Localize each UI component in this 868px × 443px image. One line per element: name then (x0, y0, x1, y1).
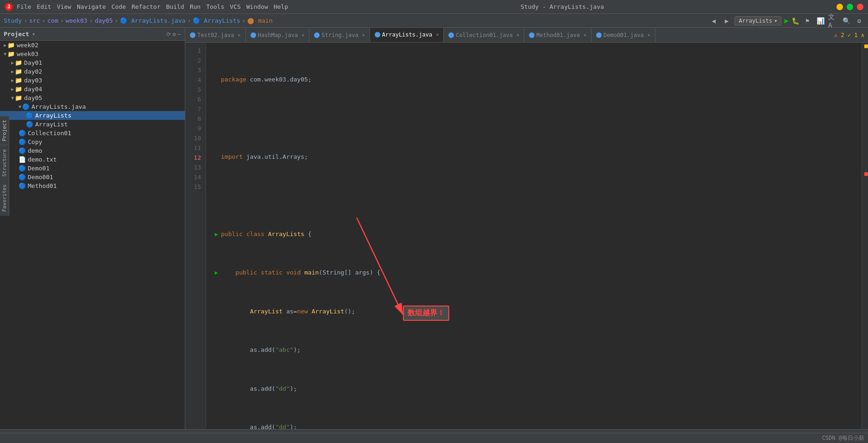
tree-label: day03 (24, 77, 42, 84)
breadcrumb-week03[interactable]: week03 (66, 17, 88, 24)
folder-icon: 📁 (15, 59, 22, 66)
folder-icon: 📁 (15, 77, 22, 84)
menu-file[interactable]: File (17, 3, 31, 10)
sidebar-minimize-icon[interactable]: — (178, 31, 181, 37)
debug-button[interactable]: 🐛 (792, 17, 799, 25)
run-button[interactable]: ▶ (784, 16, 789, 25)
right-gutter (862, 43, 868, 429)
tree-item-arraylist-class[interactable]: 🔵 ArrayList (0, 120, 185, 129)
warnings-indicator: ⚠ 2 ✓ 1 ∧ (834, 32, 868, 38)
breadcrumb-src[interactable]: src (29, 17, 40, 24)
tree-label: ArrayLists (35, 112, 71, 119)
tab-method01[interactable]: Method01.java ✕ (524, 28, 591, 43)
tree-item-day02[interactable]: ▶ 📁 day02 (0, 67, 185, 76)
tree-item-copy[interactable]: 🔵 Copy (0, 137, 185, 146)
breadcrumb-class[interactable]: 🔵 ArrayLists (193, 17, 240, 24)
structure-tab[interactable]: Structure (0, 145, 9, 181)
minimize-button[interactable] (837, 4, 843, 10)
close-button[interactable] (857, 4, 863, 10)
tab-close-icon[interactable]: ✕ (516, 32, 519, 37)
tree-item-week03[interactable]: ▼ 📁 week03 (0, 50, 185, 58)
run-arrow-6[interactable]: ▶ (214, 268, 218, 277)
code-line-8: as.add("abc"); (212, 345, 856, 355)
line-numbers: 1 2 3 4 5 6 7 8 9 10 11 12 13 14 15 (185, 43, 206, 429)
menu-vcs[interactable]: VCS (230, 3, 240, 10)
code-content[interactable]: package com.week03.day05; import java.ut… (206, 43, 862, 429)
menu-view[interactable]: View (57, 3, 71, 10)
editor-area: Test02.java ✕ HashMap.java ✕ String.java… (185, 28, 868, 429)
line-num-7: 7 (185, 105, 204, 114)
menu-window[interactable]: Window (246, 3, 268, 10)
breadcrumb-file[interactable]: 🔵 ArrayLists.java (120, 17, 185, 24)
tree-item-arraylists-file[interactable]: ▼ 🔵 ArrayLists.java (0, 102, 185, 111)
coverage-button[interactable]: ⚑ (802, 16, 812, 26)
menu-build[interactable]: Build (166, 3, 184, 10)
tree-label: demo.txt (28, 156, 57, 163)
breadcrumb-day05[interactable]: day05 (94, 17, 113, 24)
sidebar-gear-icon[interactable]: ⚙ (173, 31, 176, 37)
tab-demo001[interactable]: Demo001.java ✕ (591, 28, 655, 43)
menu-navigate[interactable]: Navigate (77, 3, 106, 10)
java-class-icon: 🔵 (19, 138, 26, 145)
editor-tabs: Test02.java ✕ HashMap.java ✕ String.java… (185, 28, 868, 43)
tab-collection01[interactable]: Collection01.java ✕ (444, 28, 524, 43)
code-line-7: ArrayList as=new ArrayList(); (212, 307, 856, 317)
menu-tools[interactable]: Tools (206, 3, 224, 10)
tab-label: Test02.java (197, 32, 234, 38)
tree-item-method01[interactable]: 🔵 Method01 (0, 181, 185, 190)
menu-help[interactable]: Help (274, 3, 288, 10)
tab-close-icon[interactable]: ✕ (648, 32, 650, 37)
tree-label: day02 (24, 68, 42, 75)
menu-code[interactable]: Code (112, 3, 126, 10)
run-config[interactable]: ArrayLists ▾ (735, 16, 781, 25)
tree-item-day05[interactable]: ▼ 📁 day05 (0, 94, 185, 102)
tab-test02[interactable]: Test02.java ✕ (185, 28, 246, 43)
window-controls[interactable] (837, 4, 863, 10)
tree-item-day01[interactable]: ▶ 📁 Day01 (0, 58, 185, 67)
sidebar-sync-icon[interactable]: ⟳ (166, 31, 171, 37)
menu-edit[interactable]: Edit (37, 3, 51, 10)
tree-item-demo01[interactable]: 🔵 Demo01 (0, 164, 185, 173)
run-arrow-5[interactable]: ▶ (214, 230, 218, 239)
file-tree: ▶ 📁 week02 ▼ 📁 week03 ▶ 📁 Day01 ▶ (0, 41, 185, 429)
settings-icon[interactable]: ⚙ (854, 16, 864, 26)
sidebar-dropdown-icon[interactable]: ▾ (32, 31, 36, 37)
folder-icon: 📁 (7, 50, 15, 57)
tree-item-demo[interactable]: 🔵 demo (0, 146, 185, 155)
menu-run[interactable]: Run (190, 3, 201, 10)
tree-item-collection01[interactable]: 🔵 Collection01 (0, 129, 185, 137)
tab-close-icon[interactable]: ✕ (436, 32, 439, 37)
forward-button[interactable]: ▶ (722, 16, 732, 26)
tree-item-arraylists-class[interactable]: 🔵 ArrayLists (0, 111, 185, 120)
tree-item-demo-txt[interactable]: 📄 demo.txt (0, 155, 185, 164)
breadcrumb-com[interactable]: com (47, 17, 58, 24)
favorites-tab[interactable]: Favorites (0, 181, 9, 216)
project-tab[interactable]: Project (0, 116, 9, 145)
tab-close-icon[interactable]: ✕ (302, 32, 304, 37)
code-editor[interactable]: 1 2 3 4 5 6 7 8 9 10 11 12 13 14 15 (185, 43, 868, 429)
title-bar-left: J File Edit View Navigate Code Refactor … (5, 3, 288, 11)
breadcrumb-method[interactable]: ⬤ main (247, 17, 272, 24)
back-button[interactable]: ◀ (709, 16, 719, 26)
window-title: Study - ArrayLists.java (521, 3, 604, 10)
tree-item-day03[interactable]: ▶ 📁 day03 (0, 76, 185, 85)
profile-button[interactable]: 📊 (815, 16, 825, 26)
tree-item-day04[interactable]: ▶ 📁 day04 (0, 85, 185, 94)
tab-hashmap[interactable]: HashMap.java ✕ (246, 28, 310, 43)
tree-item-demo001[interactable]: 🔵 Demo001 (0, 173, 185, 181)
translate-icon[interactable]: 文A (828, 16, 838, 26)
maximize-button[interactable] (847, 4, 853, 10)
tab-string[interactable]: String.java ✕ (309, 28, 370, 43)
folder-icon: 📁 (15, 68, 22, 75)
breadcrumb-study[interactable]: Study (4, 17, 22, 24)
tree-item-week02[interactable]: ▶ 📁 week02 (0, 41, 185, 50)
menu-refactor[interactable]: Refactor (132, 3, 161, 10)
menu-bar[interactable]: File Edit View Navigate Code Refactor Bu… (17, 3, 288, 10)
tab-close-icon[interactable]: ✕ (584, 32, 586, 37)
folder-icon: 📁 (15, 86, 22, 93)
tab-close-icon[interactable]: ✕ (362, 32, 365, 37)
tab-arraylists[interactable]: ArrayLists.java ✕ (370, 28, 444, 43)
tab-close-icon[interactable]: ✕ (238, 32, 240, 37)
line-num-1: 1 (185, 46, 204, 56)
search-icon[interactable]: 🔍 (841, 16, 851, 26)
